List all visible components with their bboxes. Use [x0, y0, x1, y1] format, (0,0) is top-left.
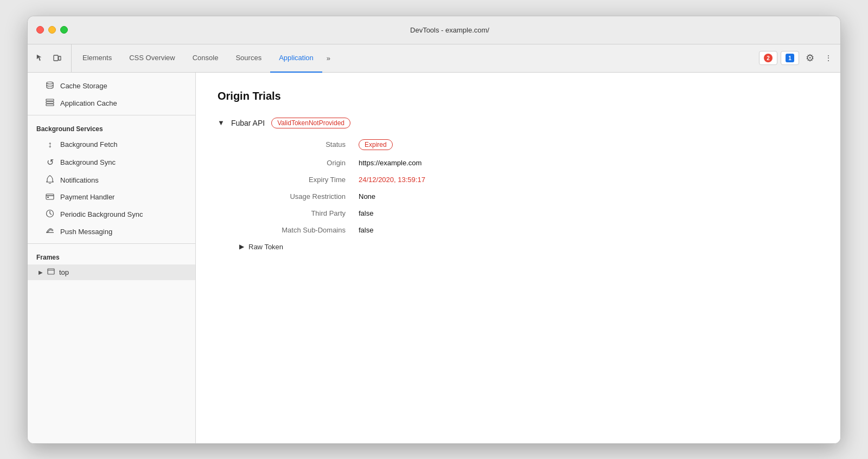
more-tabs-button[interactable]: » [322, 44, 335, 72]
detail-row-sub-domains: Match Sub-Domains false [239, 226, 819, 234]
cache-storage-icon [45, 81, 55, 91]
warning-count: 1 [786, 54, 794, 62]
sub-domains-value: false [359, 226, 373, 234]
settings-icon[interactable]: ⚙ [802, 50, 818, 66]
background-fetch-icon: ↕ [45, 140, 55, 150]
usage-label: Usage Restriction [239, 192, 359, 201]
origin-label: Origin [239, 159, 359, 167]
raw-token-expand-icon: ▶ [239, 243, 244, 250]
origin-trial-section: ▼ Fubar API ValidTokenNotProvided Status… [218, 118, 819, 251]
sidebar-item-frame-top[interactable]: ▶ top [28, 264, 195, 280]
content-panel: Origin Trials ▼ Fubar API ValidTokenNotP… [196, 73, 840, 443]
frame-expand-icon: ▶ [39, 269, 43, 275]
background-fetch-label: Background Fetch [60, 140, 118, 148]
svg-rect-12 [48, 269, 54, 274]
tab-sources[interactable]: Sources [227, 44, 270, 73]
tab-elements[interactable]: Elements [74, 44, 120, 73]
detail-row-usage: Usage Restriction None [239, 192, 819, 201]
status-label: Status [239, 140, 359, 148]
sidebar-item-application-cache[interactable]: Application Cache [28, 95, 195, 112]
toolbar-tabs: Elements CSS Overview Console Sources Ap… [74, 44, 759, 72]
trial-name: Fubar API [231, 119, 265, 127]
minimize-button[interactable] [48, 26, 56, 34]
window-title: DevTools - example.com/ [68, 26, 832, 34]
sidebar-divider-2 [28, 243, 195, 244]
frame-icon [47, 268, 55, 276]
background-sync-icon: ↺ [45, 157, 55, 167]
sidebar-divider-1 [28, 115, 195, 115]
expiry-label: Expiry Time [239, 176, 359, 184]
notifications-icon [45, 175, 55, 185]
expiry-value: 24/12/2020, 13:59:17 [359, 176, 425, 184]
titlebar: DevTools - example.com/ [28, 16, 840, 44]
svg-rect-6 [46, 194, 54, 199]
detail-row-expiry: Expiry Time 24/12/2020, 13:59:17 [239, 176, 819, 184]
payment-handler-label: Payment Handler [60, 193, 114, 201]
tab-css-overview[interactable]: CSS Overview [120, 44, 184, 73]
error-badge-button[interactable]: 2 [759, 51, 777, 65]
raw-token-label: Raw Token [248, 243, 283, 251]
sidebar-item-background-fetch[interactable]: ↕ Background Fetch [28, 136, 195, 153]
warning-badge-button[interactable]: 1 [781, 51, 799, 65]
usage-value: None [359, 192, 375, 201]
sub-domains-label: Match Sub-Domains [239, 226, 359, 234]
detail-row-third-party: Third Party false [239, 209, 819, 217]
background-sync-label: Background Sync [60, 158, 116, 166]
sidebar-item-payment-handler[interactable]: Payment Handler [28, 189, 195, 205]
sidebar-item-cache-storage[interactable]: Cache Storage [28, 77, 195, 95]
cache-storage-label: Cache Storage [60, 82, 107, 90]
trial-header-row: ▼ Fubar API ValidTokenNotProvided [218, 118, 819, 128]
devtools-window: DevTools - example.com/ Elements CSS Ove [27, 16, 841, 444]
traffic-lights [36, 26, 68, 34]
sidebar-item-background-sync[interactable]: ↺ Background Sync [28, 153, 195, 171]
application-cache-icon [45, 99, 55, 108]
more-options-icon[interactable]: ⋮ [821, 50, 836, 66]
trial-header-badge: ValidTokenNotProvided [271, 118, 350, 128]
svg-rect-4 [46, 101, 54, 103]
trial-details: Status Expired Origin https://example.co… [239, 139, 819, 234]
svg-rect-0 [54, 55, 58, 61]
svg-rect-5 [46, 104, 54, 106]
main-container: Cache Storage Application Cache Backgrou… [28, 73, 840, 443]
tab-application[interactable]: Application [270, 44, 322, 73]
detail-row-origin: Origin https://example.com [239, 159, 819, 167]
periodic-background-sync-label: Periodic Background Sync [60, 210, 143, 218]
tab-console[interactable]: Console [184, 44, 227, 73]
push-messaging-label: Push Messaging [60, 228, 112, 236]
detail-row-status: Status Expired [239, 139, 819, 150]
svg-rect-1 [59, 56, 61, 60]
periodic-background-sync-icon [45, 209, 55, 219]
sidebar-item-notifications[interactable]: Notifications [28, 171, 195, 189]
svg-point-2 [47, 82, 53, 84]
error-count: 2 [764, 54, 773, 62]
inspect-icon[interactable] [32, 50, 47, 66]
background-services-header: Background Services [28, 119, 195, 136]
third-party-label: Third Party [239, 209, 359, 217]
push-messaging-icon [45, 227, 55, 236]
page-title: Origin Trials [218, 90, 819, 102]
third-party-value: false [359, 209, 373, 217]
toolbar: Elements CSS Overview Console Sources Ap… [28, 44, 840, 73]
origin-value: https://example.com [359, 159, 422, 167]
frame-top-label: top [59, 268, 69, 276]
sidebar: Cache Storage Application Cache Backgrou… [28, 73, 196, 443]
svg-line-11 [50, 214, 52, 215]
close-button[interactable] [36, 26, 44, 34]
svg-rect-3 [46, 99, 54, 101]
application-cache-label: Application Cache [60, 99, 117, 107]
maximize-button[interactable] [60, 26, 68, 34]
raw-token-row[interactable]: ▶ Raw Token [239, 243, 819, 251]
sidebar-item-push-messaging[interactable]: Push Messaging [28, 223, 195, 240]
toolbar-left-icons [32, 44, 72, 72]
sidebar-item-periodic-background-sync[interactable]: Periodic Background Sync [28, 205, 195, 223]
payment-handler-icon [45, 193, 55, 202]
trial-expand-icon[interactable]: ▼ [218, 119, 225, 127]
status-value: Expired [359, 139, 393, 150]
toolbar-right: 2 1 ⚙ ⋮ [759, 44, 836, 72]
device-toggle-icon[interactable] [49, 50, 65, 66]
svg-rect-8 [47, 197, 49, 198]
notifications-label: Notifications [60, 176, 99, 184]
frames-header: Frames [28, 247, 195, 264]
